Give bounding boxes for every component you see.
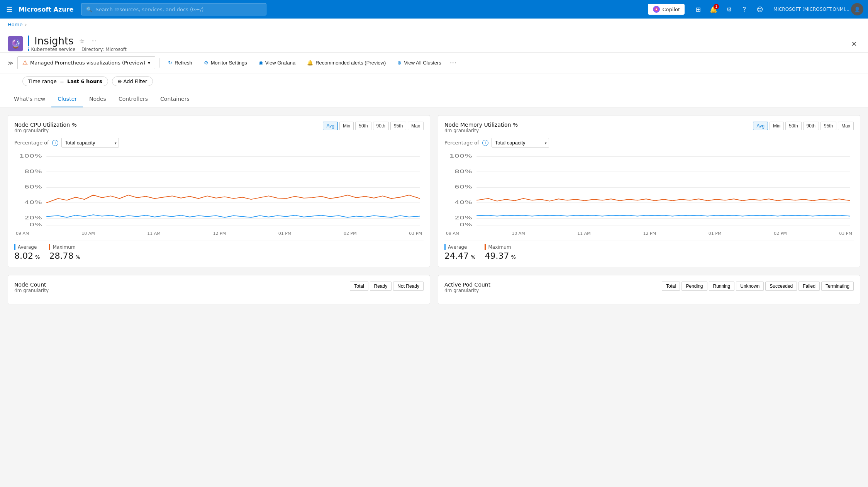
- pod-btn-succeeded[interactable]: Succeeded: [765, 282, 797, 291]
- view-grafana-label: View Grafana: [265, 60, 296, 66]
- search-bar[interactable]: 🔍 Search resources, services, and docs (…: [81, 3, 266, 15]
- cpu-capacity-select[interactable]: Total capacity Requested capacity: [61, 138, 119, 148]
- memory-avg-bar: [444, 244, 446, 250]
- cpu-time-0: 09 AM: [16, 231, 29, 236]
- prometheus-dropdown[interactable]: ⚠ Managed Prometheus visualizations (Pre…: [17, 56, 156, 69]
- cpu-btn-50th[interactable]: 50th: [355, 122, 371, 130]
- memory-avg-value-row: 24.47 %: [444, 251, 475, 261]
- view-all-clusters-button[interactable]: ⊛ View All Clusters: [393, 58, 446, 68]
- service-type: Kubernetes service: [31, 47, 76, 52]
- cpu-btn-avg[interactable]: Avg: [323, 122, 337, 130]
- memory-btn-95th[interactable]: 95th: [821, 122, 836, 130]
- memory-btn-min[interactable]: Min: [770, 122, 784, 130]
- search-icon: 🔍: [86, 7, 92, 12]
- svg-text:60%: 60%: [454, 184, 472, 190]
- favorite-button[interactable]: ☆: [78, 36, 86, 46]
- cpu-chart-title: Node CPU Utilization %: [14, 122, 77, 128]
- pod-btn-terminating[interactable]: Terminating: [821, 282, 854, 291]
- node-btn-not-ready[interactable]: Not Ready: [393, 282, 424, 291]
- view-grafana-button[interactable]: ◉ View Grafana: [254, 58, 300, 68]
- breadcrumb-home[interactable]: Home: [8, 22, 22, 27]
- memory-title-area: Node Memory Utilization % 4m granularity: [444, 122, 518, 133]
- prometheus-icon: ⚠: [22, 59, 28, 66]
- memory-utilization-card: Node Memory Utilization % 4m granularity…: [438, 115, 860, 267]
- memory-capacity-select[interactable]: Total capacity Requested capacity: [492, 138, 549, 148]
- pod-count-granularity: 4m granularity: [444, 288, 490, 293]
- memory-btn-max[interactable]: Max: [838, 122, 854, 130]
- memory-time-5: 02 PM: [774, 231, 787, 236]
- pod-btn-failed[interactable]: Failed: [798, 282, 820, 291]
- cpu-time-labels: 09 AM 10 AM 11 AM 12 PM 01 PM 02 PM 03 P…: [14, 231, 424, 236]
- toolbar-sep1: [159, 58, 159, 68]
- memory-legend: Average 24.47 % Maximum 49.37 %: [444, 241, 854, 261]
- refresh-icon: ↻: [168, 60, 172, 66]
- more-options-button[interactable]: ···: [90, 36, 98, 46]
- cpu-btn-min[interactable]: Min: [339, 122, 354, 130]
- toolbar-more-button[interactable]: ···: [450, 59, 456, 67]
- memory-avg-legend: Average 24.47 %: [444, 244, 475, 261]
- command-palette-button[interactable]: ⊞: [691, 2, 705, 16]
- memory-btn-90th[interactable]: 90th: [803, 122, 819, 130]
- cpu-info-icon[interactable]: i: [52, 140, 58, 146]
- node-count-title-area: Node Count 4m granularity: [14, 282, 49, 293]
- memory-chart-title: Node Memory Utilization %: [444, 122, 518, 128]
- top-navigation: ☰ Microsoft Azure 🔍 Search resources, se…: [0, 0, 868, 19]
- svg-text:100%: 100%: [449, 153, 472, 159]
- help-button[interactable]: ?: [737, 2, 751, 16]
- user-avatar[interactable]: 👤: [851, 3, 863, 15]
- cpu-chart-header: Node CPU Utilization % 4m granularity Av…: [14, 122, 424, 133]
- info-icon: ℹ: [28, 47, 30, 52]
- cpu-btn-95th[interactable]: 95th: [390, 122, 406, 130]
- add-filter-button[interactable]: ⊕ Add Filter: [112, 76, 153, 86]
- recommended-alerts-button[interactable]: 🔔 Recommended alerts (Preview): [302, 58, 390, 68]
- memory-btn-50th[interactable]: 50th: [785, 122, 801, 130]
- tab-whats-new[interactable]: What's new: [8, 91, 51, 107]
- memory-time-6: 03 PM: [839, 231, 852, 236]
- pod-count-title: Active Pod Count: [444, 282, 490, 288]
- pod-btn-unknown[interactable]: Unknown: [736, 282, 764, 291]
- cpu-max-text: Maximum: [53, 244, 75, 250]
- hamburger-menu[interactable]: ☰: [5, 4, 14, 15]
- node-btn-total[interactable]: Total: [350, 282, 368, 291]
- memory-chart-header: Node Memory Utilization % 4m granularity…: [444, 122, 854, 133]
- memory-info-icon[interactable]: i: [482, 140, 488, 146]
- cpu-time-5: 02 PM: [344, 231, 357, 236]
- close-button[interactable]: ✕: [848, 37, 860, 50]
- cpu-avg-text: Average: [18, 244, 37, 250]
- pod-count-title-area: Active Pod Count 4m granularity: [444, 282, 490, 293]
- time-range-filter[interactable]: Time range = Last 6 hours: [22, 76, 108, 86]
- memory-btn-avg[interactable]: Avg: [753, 122, 768, 130]
- cpu-chart-svg: 100% 80% 60% 40% 20% 0%: [14, 152, 424, 229]
- tab-nodes[interactable]: Nodes: [83, 91, 112, 107]
- tab-cluster[interactable]: Cluster: [51, 91, 83, 107]
- copilot-label: Copilot: [663, 7, 680, 12]
- tab-controllers[interactable]: Controllers: [112, 91, 154, 107]
- copilot-button[interactable]: Copilot: [648, 4, 685, 15]
- memory-time-1: 10 AM: [512, 231, 525, 236]
- pod-btn-running[interactable]: Running: [709, 282, 735, 291]
- cpu-max-unit: %: [76, 254, 80, 260]
- cpu-btn-90th[interactable]: 90th: [373, 122, 389, 130]
- cpu-max-label: Maximum: [49, 244, 80, 250]
- expand-button[interactable]: ≫: [8, 60, 14, 66]
- pod-btn-total[interactable]: Total: [662, 282, 680, 291]
- controllers-label: Controllers: [119, 96, 148, 102]
- memory-time-labels: 09 AM 10 AM 11 AM 12 PM 01 PM 02 PM 03 P…: [444, 231, 854, 236]
- memory-chart-area: 100% 80% 60% 40% 20% 0%: [444, 152, 854, 229]
- svg-point-2: [656, 8, 657, 10]
- node-btn-ready[interactable]: Ready: [370, 282, 392, 291]
- cpu-percentage-label: Percentage of: [14, 140, 49, 146]
- refresh-button[interactable]: ↻ Refresh: [163, 58, 197, 68]
- tab-bar: What's new Cluster Nodes Controllers Con…: [0, 91, 868, 107]
- pod-btn-pending[interactable]: Pending: [682, 282, 707, 291]
- feedback-button[interactable]: 😊: [753, 2, 767, 16]
- tab-containers[interactable]: Containers: [154, 91, 196, 107]
- memory-max-legend: Maximum 49.37 %: [485, 244, 515, 261]
- cpu-legend: Average 8.02 % Maximum 28.78 %: [14, 241, 424, 261]
- monitor-settings-button[interactable]: ⚙ Monitor Settings: [199, 58, 252, 68]
- settings-button[interactable]: ⚙: [722, 2, 736, 16]
- memory-avg-line: [476, 215, 850, 216]
- notifications-button[interactable]: 🔔 1: [707, 2, 721, 16]
- filter-icon: ⊕: [118, 78, 122, 84]
- cpu-btn-max[interactable]: Max: [408, 122, 424, 130]
